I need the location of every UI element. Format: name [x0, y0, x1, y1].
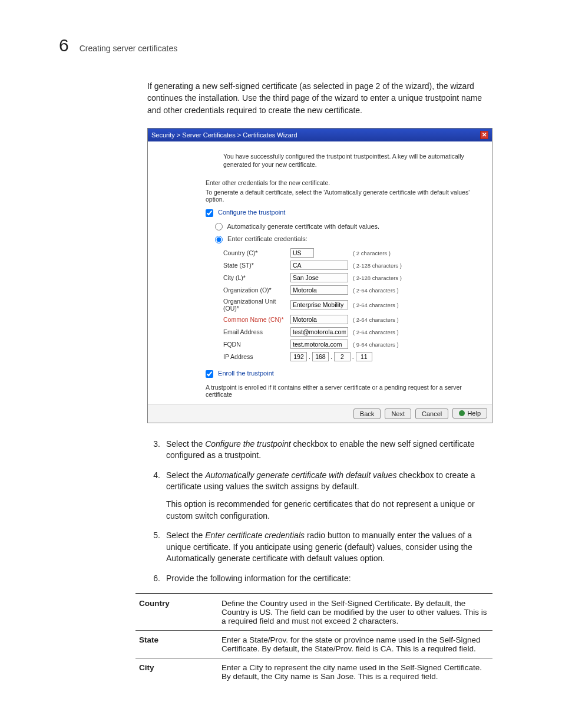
- ip-octet-4[interactable]: [356, 352, 372, 361]
- page-header: 6 Creating server certificates: [59, 35, 491, 55]
- enter-credentials-label: Enter certificate credentials:: [227, 235, 308, 242]
- cancel-button[interactable]: Cancel: [415, 409, 448, 419]
- step-3-emphasis: Configure the trustpoint: [205, 439, 291, 449]
- city-label: City (L)*: [223, 274, 287, 281]
- auto-generate-radio[interactable]: [215, 223, 223, 230]
- table-value: Define the Country used in the Self-Sign…: [218, 594, 492, 631]
- table-key: State: [135, 630, 218, 658]
- wizard-success-message: You have successfully configured the tru…: [223, 152, 481, 169]
- step-4-text-pre: Select the: [166, 470, 205, 480]
- org-input[interactable]: [290, 285, 348, 295]
- help-button-label: Help: [467, 410, 481, 417]
- chapter-title: Creating server certificates: [80, 44, 178, 53]
- step-5-text-pre: Select the: [166, 531, 205, 540]
- enroll-trustpoint-label: Enroll the trustpoint: [218, 370, 274, 377]
- ip-label: IP Address: [223, 353, 287, 360]
- certificate-fields-table: Country Define the Country used in the S…: [135, 593, 492, 686]
- email-label: Email Address: [223, 328, 287, 335]
- wizard-instruction-2: To generate a default certificate, selec…: [206, 189, 481, 203]
- cn-hint: ( 2-64 characters ): [353, 317, 481, 323]
- step-3-text-pre: Select the: [166, 439, 205, 449]
- fqdn-hint: ( 9-64 characters ): [353, 341, 481, 348]
- country-label: Country (C)*: [223, 249, 287, 256]
- table-row: City Enter a City to represent the city …: [135, 658, 492, 686]
- step-6-text: Provide the following information for th…: [166, 573, 491, 585]
- chapter-number: 6: [59, 35, 69, 55]
- table-value: Enter a State/Prov. for the state or pro…: [218, 630, 492, 658]
- step-5: 5. Select the Enter certificate credenti…: [147, 530, 491, 565]
- state-hint: ( 2-128 characters ): [353, 262, 481, 269]
- country-hint: ( 2 characters ): [353, 250, 481, 256]
- table-value: Enter a City to represent the city name …: [218, 658, 492, 686]
- ou-label: Organizational Unit (OU)*: [223, 298, 287, 312]
- step-4-subpara: This option is recommended for generic c…: [166, 499, 491, 522]
- enroll-trustpoint-checkbox[interactable]: [206, 370, 213, 378]
- next-button[interactable]: Next: [385, 409, 411, 419]
- state-input[interactable]: [290, 261, 348, 270]
- cn-label: Common Name (CN)*: [223, 316, 287, 323]
- enter-credentials-radio[interactable]: [215, 236, 223, 243]
- auto-generate-label: Automatically generate certificate with …: [227, 223, 379, 230]
- ip-octet-2[interactable]: [312, 352, 329, 361]
- email-input[interactable]: [290, 327, 348, 337]
- table-row: Country Define the Country used in the S…: [135, 594, 492, 631]
- state-label: State (ST)*: [223, 262, 287, 269]
- step-5-emphasis: Enter certificate credentials: [205, 531, 305, 540]
- certificates-wizard-dialog: Security > Server Certificates > Certifi…: [147, 128, 492, 423]
- step-4-emphasis: Automatically generate certificate with …: [205, 470, 396, 480]
- step-4: 4. Select the Automatically generate cer…: [147, 470, 491, 522]
- ip-octet-1[interactable]: [290, 352, 307, 361]
- configure-trustpoint-checkbox[interactable]: [206, 209, 213, 217]
- step-3: 3. Select the Configure the trustpoint c…: [147, 439, 491, 462]
- country-input[interactable]: [290, 248, 314, 258]
- ou-input[interactable]: [290, 300, 348, 309]
- help-button[interactable]: Help: [452, 408, 487, 419]
- back-button[interactable]: Back: [353, 409, 381, 419]
- fqdn-input[interactable]: [290, 340, 348, 349]
- enroll-note: A trustpoint is enrolled if it contains …: [206, 384, 481, 398]
- table-key: Country: [135, 594, 218, 631]
- ou-hint: ( 2-64 characters ): [353, 302, 481, 308]
- fqdn-label: FQDN: [223, 341, 287, 348]
- table-key: City: [135, 658, 218, 686]
- org-hint: ( 2-64 characters ): [353, 287, 481, 294]
- configure-trustpoint-label: Configure the trustpoint: [218, 209, 285, 216]
- wizard-title-text: Security > Server Certificates > Certifi…: [151, 131, 297, 139]
- table-row: State Enter a State/Prov. for the state …: [135, 630, 492, 658]
- wizard-titlebar: Security > Server Certificates > Certifi…: [148, 129, 492, 141]
- step-6: 6. Provide the following information for…: [147, 573, 491, 585]
- help-icon: [459, 410, 465, 416]
- wizard-footer: Back Next Cancel Help: [148, 404, 492, 423]
- wizard-instruction-1: Enter other credentials for the new cert…: [206, 179, 481, 186]
- close-icon[interactable]: ✕: [480, 131, 488, 139]
- city-input[interactable]: [290, 273, 348, 282]
- org-label: Organization (O)*: [223, 286, 287, 294]
- cn-input[interactable]: [290, 315, 348, 324]
- ip-octet-3[interactable]: [334, 352, 351, 361]
- intro-paragraph: If generating a new self-signed certific…: [147, 80, 491, 116]
- email-hint: ( 2-64 characters ): [353, 329, 481, 335]
- city-hint: ( 2-128 characters ): [353, 275, 481, 281]
